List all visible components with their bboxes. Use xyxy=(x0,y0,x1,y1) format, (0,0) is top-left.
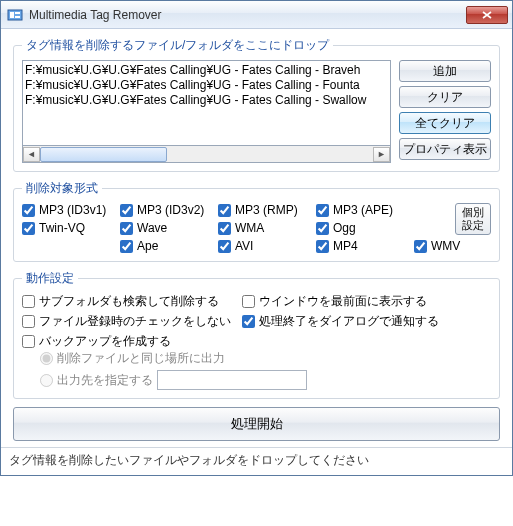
list-item[interactable]: F:¥music¥U.G¥U.G¥Fates Calling¥UG - Fate… xyxy=(25,93,388,108)
scroll-left-button[interactable]: ◄ xyxy=(23,147,40,162)
formats-grid: MP3 (ID3v1)MP3 (ID3v2)MP3 (RMP)MP3 (APE)… xyxy=(22,203,491,253)
format-label: MP4 xyxy=(333,239,358,253)
scroll-right-button[interactable]: ► xyxy=(373,147,390,162)
properties-button[interactable]: プロパティ表示 xyxy=(399,138,491,160)
backup-label: バックアップを作成する xyxy=(39,333,171,350)
file-list-wrap: F:¥music¥U.G¥U.G¥Fates Calling¥UG - Fate… xyxy=(22,60,391,163)
h-scrollbar[interactable]: ◄ ► xyxy=(22,146,391,163)
output-same-label: 削除ファイルと同じ場所に出力 xyxy=(57,350,225,367)
status-bar: タグ情報を削除したいファイルやフォルダをドロップしてください xyxy=(1,447,512,475)
topmost-checkbox[interactable]: ウインドウを最前面に表示する xyxy=(242,293,491,310)
add-button[interactable]: 追加 xyxy=(399,60,491,82)
close-button[interactable] xyxy=(466,6,508,24)
format-checkbox[interactable]: Ape xyxy=(120,239,218,253)
output-spec-label: 出力先を指定する xyxy=(57,372,153,389)
svg-rect-1 xyxy=(10,12,14,18)
titlebar: Multimedia Tag Remover xyxy=(1,1,512,29)
app-icon xyxy=(7,7,23,23)
notify-checkbox[interactable]: 処理終了をダイアログで通知する xyxy=(242,313,491,330)
backup-suboptions: 削除ファイルと同じ場所に出力 出力先を指定する xyxy=(40,350,491,390)
format-checkbox[interactable]: MP3 (ID3v2) xyxy=(120,203,218,217)
output-same-radio[interactable]: 削除ファイルと同じ場所に出力 xyxy=(40,350,491,367)
scroll-thumb[interactable] xyxy=(40,147,167,162)
clear-all-button[interactable]: 全てクリア xyxy=(399,112,491,134)
format-label: MP3 (RMP) xyxy=(235,203,298,217)
format-label: AVI xyxy=(235,239,253,253)
behavior-legend: 動作設定 xyxy=(22,270,78,287)
format-label: Wave xyxy=(137,221,167,235)
subfolder-checkbox[interactable]: サブフォルダも検索して削除する xyxy=(22,293,232,310)
close-icon xyxy=(482,11,492,19)
formats-legend: 削除対象形式 xyxy=(22,180,102,197)
format-label: Ogg xyxy=(333,221,356,235)
content-area: タグ情報を削除するファイル/フォルダをここにドロップ F:¥music¥U.G¥… xyxy=(1,29,512,447)
nocheck-label: ファイル登録時のチェックをしない xyxy=(39,313,231,330)
clear-button[interactable]: クリア xyxy=(399,86,491,108)
subfolder-label: サブフォルダも検索して削除する xyxy=(39,293,219,310)
behavior-group: 動作設定 サブフォルダも検索して削除する ウインドウを最前面に表示する ファイル… xyxy=(13,270,500,399)
file-list[interactable]: F:¥music¥U.G¥U.G¥Fates Calling¥UG - Fate… xyxy=(22,60,391,146)
format-label: WMA xyxy=(235,221,264,235)
output-path-input[interactable] xyxy=(157,370,307,390)
window-title: Multimedia Tag Remover xyxy=(29,8,466,22)
format-checkbox[interactable]: Wave xyxy=(120,221,218,235)
format-checkbox[interactable]: MP3 (RMP) xyxy=(218,203,316,217)
individual-settings-button[interactable]: 個別設定 xyxy=(455,203,491,235)
backup-checkbox[interactable]: バックアップを作成する xyxy=(22,333,491,350)
format-label: Ape xyxy=(137,239,158,253)
format-checkbox[interactable]: WMV xyxy=(414,239,491,253)
format-label: MP3 (APE) xyxy=(333,203,393,217)
list-item[interactable]: F:¥music¥U.G¥U.G¥Fates Calling¥UG - Fate… xyxy=(25,78,388,93)
nocheck-checkbox[interactable]: ファイル登録時のチェックをしない xyxy=(22,313,232,330)
format-checkbox[interactable]: AVI xyxy=(218,239,316,253)
format-checkbox[interactable]: Twin-VQ xyxy=(22,221,120,235)
output-spec-radio[interactable]: 出力先を指定する xyxy=(40,370,491,390)
app-window: Multimedia Tag Remover タグ情報を削除するファイル/フォル… xyxy=(0,0,513,476)
format-label: MP3 (ID3v2) xyxy=(137,203,204,217)
format-label: MP3 (ID3v1) xyxy=(39,203,106,217)
svg-rect-2 xyxy=(15,12,20,14)
format-checkbox[interactable]: Ogg xyxy=(316,221,414,235)
format-checkbox[interactable]: MP4 xyxy=(316,239,414,253)
formats-group: 削除対象形式 MP3 (ID3v1)MP3 (ID3v2)MP3 (RMP)MP… xyxy=(13,180,500,262)
format-checkbox[interactable]: MP3 (ID3v1) xyxy=(22,203,120,217)
list-item[interactable]: F:¥music¥U.G¥U.G¥Fates Calling¥UG - Fate… xyxy=(25,63,388,78)
svg-rect-3 xyxy=(15,16,20,18)
drop-group: タグ情報を削除するファイル/フォルダをここにドロップ F:¥music¥U.G¥… xyxy=(13,37,500,172)
drop-legend: タグ情報を削除するファイル/フォルダをここにドロップ xyxy=(22,37,333,54)
start-button[interactable]: 処理開始 xyxy=(13,407,500,441)
scroll-track[interactable] xyxy=(40,147,373,162)
format-checkbox[interactable]: WMA xyxy=(218,221,316,235)
format-label: Twin-VQ xyxy=(39,221,85,235)
topmost-label: ウインドウを最前面に表示する xyxy=(259,293,427,310)
side-buttons: 追加 クリア 全てクリア プロパティ表示 xyxy=(399,60,491,163)
notify-label: 処理終了をダイアログで通知する xyxy=(259,313,439,330)
format-checkbox[interactable]: MP3 (APE) xyxy=(316,203,414,217)
format-label: WMV xyxy=(431,239,460,253)
